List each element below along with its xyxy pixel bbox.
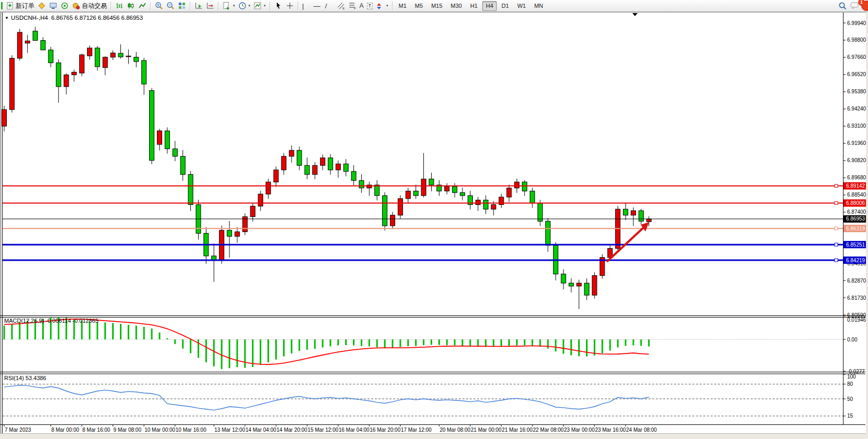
line-chart-icon xyxy=(138,2,146,10)
price-label: 6.86319 xyxy=(846,226,865,231)
price-label: 6.84219 xyxy=(846,258,865,263)
candle-body xyxy=(577,283,581,286)
candle-body xyxy=(530,191,535,203)
periods-button[interactable]: ▾ xyxy=(237,1,252,11)
price-tick: 6.90820 xyxy=(847,157,866,163)
fibonacci-tool[interactable]: F xyxy=(347,1,358,11)
navigator-button[interactable] xyxy=(59,1,70,11)
new-order-icon xyxy=(6,2,14,10)
main-toolbar: 新订单 自动交易 ▾ ▾ xyxy=(0,0,868,12)
candle-body xyxy=(289,150,294,156)
timeframe-button-M30[interactable]: M30 xyxy=(447,1,466,11)
price-tick: 6.99940 xyxy=(847,20,866,26)
chart-canvas[interactable]: 6.999406.988006.976606.965206.953806.942… xyxy=(0,0,868,439)
data-window-button[interactable] xyxy=(47,1,59,11)
tile-windows-button[interactable] xyxy=(176,1,188,11)
price-tick: 6.82870 xyxy=(847,278,866,284)
crosshair-button[interactable] xyxy=(284,1,296,11)
candle-body xyxy=(180,156,185,175)
auto-scroll-button[interactable] xyxy=(193,1,204,11)
templates-button[interactable]: ▾ xyxy=(252,1,267,11)
candle-body xyxy=(328,158,333,170)
crosshair-icon xyxy=(286,2,294,10)
rsi-line xyxy=(4,385,649,410)
timeframe-button-MN[interactable]: MN xyxy=(531,1,547,11)
candle-body xyxy=(624,209,628,215)
candle-body xyxy=(282,156,286,170)
zoom-out-icon xyxy=(166,2,175,10)
candle-body xyxy=(157,131,162,144)
time-tick-label: 16 Mar 20:00 xyxy=(370,427,400,433)
time-tick-label: 23 Mar 00:00 xyxy=(564,427,595,433)
macd-name: MACD(12,26,9) xyxy=(4,318,44,324)
candlestick-chart-icon xyxy=(127,2,135,10)
channel-icon: E xyxy=(337,2,345,10)
text-label-tool[interactable]: T xyxy=(365,1,375,11)
symbol-label: USDCNH-,H4 xyxy=(11,15,48,21)
time-tick-label: 24 Mar 08:00 xyxy=(626,427,657,433)
trendline-tool[interactable]: / xyxy=(324,1,335,11)
candle-body xyxy=(445,187,449,191)
toolbar-separator xyxy=(298,2,299,10)
toolbar-separator xyxy=(190,2,191,10)
rsi-value: 53.4386 xyxy=(26,375,46,381)
line-handle xyxy=(835,201,838,204)
timeframe-button-H4[interactable]: H4 xyxy=(482,1,497,11)
indicators-button[interactable]: ▾ xyxy=(221,1,237,11)
timeframe-button-H1[interactable]: H1 xyxy=(467,1,481,11)
toolbar-separator xyxy=(150,2,151,10)
candle-body xyxy=(507,188,511,197)
market-watch-button[interactable] xyxy=(36,1,47,11)
horizontal-line-icon: — xyxy=(314,2,321,10)
cursor-button[interactable] xyxy=(273,1,284,11)
candle-body xyxy=(126,56,131,56)
candle-body xyxy=(383,196,387,226)
notifications-button[interactable]: 1 xyxy=(849,1,861,11)
candle-body xyxy=(413,191,418,196)
price-tick: 6.97660 xyxy=(847,54,866,60)
auto-trading-button[interactable]: 自动交易 xyxy=(70,1,108,11)
ohlc-high: 6.87126 xyxy=(75,15,96,21)
line-handle xyxy=(835,243,838,246)
symbol-dropdown-icon[interactable]: ▼ xyxy=(5,16,9,20)
chart-shift-button[interactable] xyxy=(204,1,216,11)
time-tick-label: 10 Mar 00:00 xyxy=(144,427,175,433)
timeframe-button-M5[interactable]: M5 xyxy=(411,1,426,11)
chevron-down-icon: ▾ xyxy=(386,4,388,8)
time-tick-label: 17 Mar 12:00 xyxy=(401,427,432,433)
line-chart-button[interactable] xyxy=(137,1,148,11)
timeframe-button-W1[interactable]: W1 xyxy=(514,1,530,11)
equidistant-channel-tool[interactable]: E xyxy=(335,1,347,11)
chevron-down-icon: ▾ xyxy=(233,4,235,8)
chevron-down-icon: ▾ xyxy=(264,4,266,8)
candle-body xyxy=(390,215,395,226)
macd-indicator-label: MACD(12,26,9) -0.006114 -0.012865 xyxy=(4,318,99,324)
zoom-in-button[interactable] xyxy=(153,1,165,11)
bar-chart-button[interactable] xyxy=(114,1,125,11)
auto-scroll-icon xyxy=(194,2,203,10)
candle-body xyxy=(235,232,240,237)
cursor-icon xyxy=(274,2,283,10)
price-tick: 6.87400 xyxy=(847,209,866,215)
svg-text:F: F xyxy=(354,7,356,10)
new-order-button[interactable]: 新订单 xyxy=(4,1,36,11)
candlestick-chart-button[interactable] xyxy=(125,1,137,11)
timeframe-button-M15[interactable]: M15 xyxy=(427,1,446,11)
vertical-line-tool[interactable]: | xyxy=(301,1,312,11)
fibonacci-icon: F xyxy=(348,2,357,10)
candle-body xyxy=(429,179,434,185)
arrows-tool[interactable]: ▾ xyxy=(374,1,390,11)
zoom-out-button[interactable] xyxy=(165,1,176,11)
time-tick-label: 16 Mar 04:00 xyxy=(339,427,370,433)
search-button[interactable] xyxy=(837,1,849,11)
arrows-icon xyxy=(376,2,384,10)
candle-body xyxy=(639,211,643,221)
candle-body xyxy=(111,53,115,57)
timeframe-button-M1[interactable]: M1 xyxy=(395,1,410,11)
candle-body xyxy=(561,274,566,283)
candle-body xyxy=(274,170,278,182)
price-label: 6.89142 xyxy=(846,183,865,189)
timeframe-button-D1[interactable]: D1 xyxy=(498,1,512,11)
horizontal-line-tool[interactable]: — xyxy=(312,1,324,11)
text-tool[interactable]: A xyxy=(358,1,365,11)
